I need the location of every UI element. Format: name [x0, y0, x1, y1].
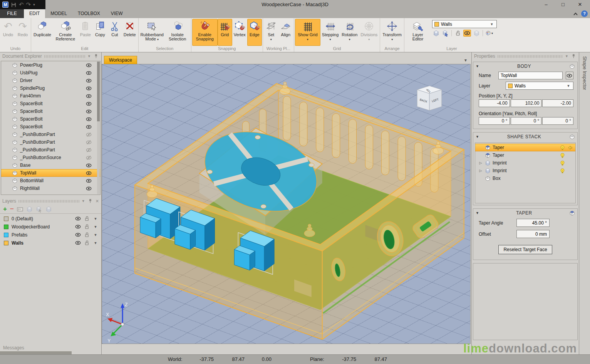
align-working-plane-button[interactable]: Align: [278, 19, 293, 46]
chevron-down-icon[interactable]: ▼: [93, 241, 98, 245]
unlocked-icon[interactable]: [84, 240, 90, 246]
help-icon[interactable]: ?: [581, 10, 588, 17]
panel-dropdown-icon[interactable]: ▼: [82, 199, 85, 203]
reselect-target-face-button[interactable]: Reselect Target Face: [498, 245, 552, 254]
remove-layer-button[interactable]: −: [10, 206, 14, 213]
flatten-layers-button[interactable]: [473, 30, 480, 37]
layer-palette-button[interactable]: ▾: [485, 30, 493, 37]
hidden-eye-icon[interactable]: [86, 132, 92, 138]
snap-edge-button[interactable]: Edge: [247, 19, 262, 46]
layer-row[interactable]: 0 (Default) ▼: [0, 215, 101, 223]
messages-panel-tab[interactable]: Messages: [3, 345, 24, 351]
tree-item[interactable]: _PushButtonPart: [1, 138, 100, 146]
position-x-field[interactable]: -4.00: [479, 99, 510, 107]
paste-button[interactable]: Paste: [78, 19, 93, 46]
enable-snapping-button[interactable]: Enable Snapping: [192, 19, 218, 46]
copy-button[interactable]: Copy: [93, 19, 107, 46]
visible-eye-icon[interactable]: [86, 116, 92, 122]
visible-eye-icon[interactable]: [86, 93, 92, 99]
close-panel-icon[interactable]: ✕: [96, 199, 99, 204]
tree-item[interactable]: Driver: [1, 77, 100, 84]
layer-color-swatch[interactable]: [4, 225, 8, 229]
shape-stack-item[interactable]: Taper: [475, 151, 575, 159]
tree-item[interactable]: UsbPlug: [1, 69, 100, 77]
position-z-field[interactable]: -2.00: [542, 99, 573, 107]
visible-eye-icon[interactable]: [86, 62, 92, 68]
snap-vertex-button[interactable]: Vertex: [232, 19, 247, 46]
delete-button[interactable]: Delete: [122, 19, 137, 46]
pin-icon[interactable]: [93, 54, 99, 59]
undo-button[interactable]: ↶ Undo: [1, 19, 15, 46]
tree-item[interactable]: _PushButtonSource: [1, 154, 100, 161]
cut-button[interactable]: Cut: [107, 19, 122, 46]
unlocked-icon[interactable]: [84, 216, 90, 221]
tree-scrollbar[interactable]: [97, 62, 100, 194]
visible-eye-icon[interactable]: [75, 232, 81, 238]
chevron-down-icon[interactable]: ▼: [93, 233, 98, 237]
lock-layer-button[interactable]: [454, 30, 462, 37]
lightbulb-icon[interactable]: [560, 168, 565, 174]
visible-eye-icon[interactable]: [86, 109, 92, 114]
lightbulb-icon[interactable]: [560, 160, 565, 166]
add-layer-button[interactable]: +: [3, 206, 7, 213]
tab-list-dropdown-icon[interactable]: ▼: [464, 58, 468, 62]
shape-stack-item[interactable]: Box: [475, 174, 575, 182]
tree-item[interactable]: Base: [1, 161, 100, 169]
back-arrow-icon[interactable]: [567, 145, 573, 151]
chevron-down-icon[interactable]: ▼: [93, 217, 98, 221]
orientation-pitch-field[interactable]: 0 °: [511, 117, 542, 125]
visible-eye-icon[interactable]: [86, 170, 92, 176]
pin-icon[interactable]: [571, 54, 577, 59]
visible-eye-icon[interactable]: [86, 70, 92, 76]
position-y-field[interactable]: 102.00: [511, 99, 542, 107]
maximize-button[interactable]: □: [555, 0, 572, 9]
active-layer-select[interactable]: Walls ▼: [432, 20, 497, 28]
expander-icon[interactable]: ▷: [478, 169, 483, 173]
visible-eye-icon[interactable]: [86, 178, 92, 184]
tab-edit[interactable]: EDIT: [24, 9, 45, 18]
rotation-button[interactable]: Rotation▾: [340, 19, 359, 46]
pin-icon[interactable]: [87, 198, 93, 204]
layer-color-swatch[interactable]: [4, 241, 8, 245]
body-section-header[interactable]: ▼ BODY: [473, 62, 577, 70]
select-layer-objects-button[interactable]: [441, 30, 449, 37]
layer-color-swatch[interactable]: [4, 216, 8, 221]
tree-item[interactable]: SpacerBolt: [1, 100, 100, 107]
minimize-button[interactable]: –: [538, 0, 555, 9]
collapse-triangle-icon[interactable]: ▼: [476, 211, 479, 215]
tree-item[interactable]: PowerPlug: [1, 61, 100, 69]
rubberband-mode-button[interactable]: Rubberband Mode ▾: [139, 19, 165, 46]
hidden-eye-icon[interactable]: [86, 155, 92, 161]
rename-layer-button[interactable]: [17, 206, 23, 212]
shape-stack-header[interactable]: ▼ SHAPE STACK: [473, 133, 577, 141]
visible-eye-icon[interactable]: [75, 216, 81, 221]
visible-eye-icon[interactable]: [86, 101, 92, 107]
move-to-layer-button[interactable]: [26, 206, 33, 213]
visible-eye-icon[interactable]: [86, 186, 92, 191]
taper-section-header[interactable]: ▼ TAPER: [473, 209, 577, 217]
snap-grid-button[interactable]: Grid: [218, 19, 232, 46]
tree-item[interactable]: _PushButtonPart: [1, 131, 100, 138]
unlocked-icon[interactable]: [84, 232, 90, 238]
hidden-eye-icon[interactable]: [86, 147, 92, 153]
move-to-layer-button[interactable]: [432, 30, 440, 37]
shape-stack-item-selected[interactable]: Taper: [475, 144, 575, 151]
collapse-triangle-icon[interactable]: ▼: [476, 135, 479, 139]
divisions-button[interactable]: Divisions▾: [359, 19, 379, 46]
tree-item[interactable]: SpindlePlug: [1, 84, 100, 92]
body-visibility-button[interactable]: [566, 72, 573, 79]
chevron-down-icon[interactable]: ▼: [93, 225, 98, 229]
scrollbar-thumb[interactable]: [97, 62, 100, 121]
close-button[interactable]: ✕: [572, 0, 588, 9]
body-layer-select[interactable]: Walls ▼: [506, 82, 573, 90]
set-working-plane-button[interactable]: Set▾: [264, 19, 278, 46]
collapse-ribbon-icon[interactable]: [573, 12, 578, 16]
show-grid-button[interactable]: Show Grid ▾: [295, 19, 320, 46]
tree-item[interactable]: _PushButtonPart: [1, 146, 100, 154]
tree-item[interactable]: SpacerBolt: [1, 115, 100, 123]
lightbulb-icon[interactable]: [560, 145, 565, 151]
expander-icon[interactable]: ▷: [478, 161, 483, 165]
visible-eye-icon[interactable]: [75, 240, 81, 246]
tab-view[interactable]: VIEW: [106, 9, 128, 18]
tree-item[interactable]: RightWall: [1, 185, 100, 192]
